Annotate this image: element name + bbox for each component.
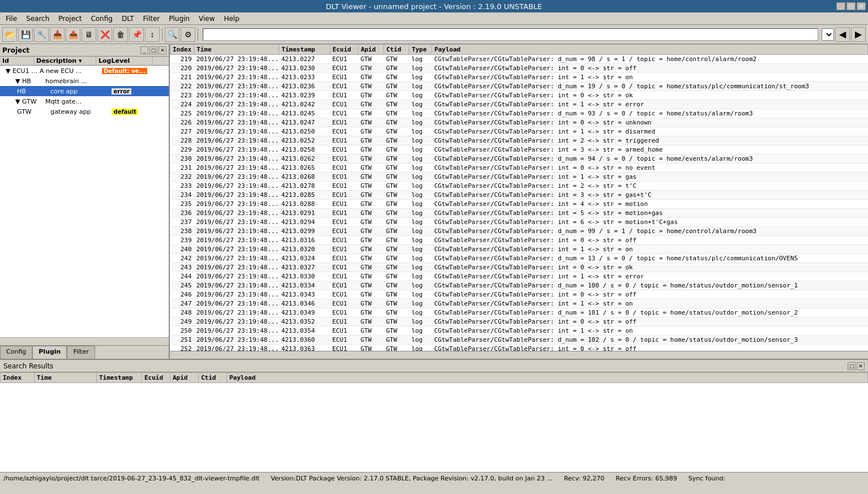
table-row[interactable]: 221 2019/06/27 23:19:48... 4213.0233 ECU… [170, 73, 868, 82]
table-row[interactable]: 237 2019/06/27 23:19:48... 4213.0294 ECU… [170, 218, 868, 227]
import-button[interactable]: 📥 [50, 27, 65, 42]
cell-payload: CGtwTableParser/CGtwTableParser: int = 0… [432, 317, 868, 327]
menu-config[interactable]: Config [87, 14, 116, 24]
cell-ecuid: ECU1 [330, 200, 358, 209]
nav-back-button[interactable]: ◀ [835, 27, 850, 42]
tab-plugin[interactable]: Plugin [32, 346, 67, 359]
table-row[interactable]: 232 2019/06/27 23:19:48... 4213.0268 ECU… [170, 173, 868, 182]
menu-filter[interactable]: Filter [140, 14, 164, 24]
marker-button[interactable]: 📌 [129, 27, 144, 42]
table-row[interactable]: 250 2019/06/27 23:19:48... 4213.0354 ECU… [170, 327, 868, 336]
tree-item-gtw-parent[interactable]: ▼ GTW Mqtt gate... [0, 96, 169, 106]
tree-item-gtw-gateway[interactable]: GTW gateway app default [0, 106, 169, 117]
ll-badge-ecu1: Default: ve... [102, 68, 147, 74]
table-row[interactable]: 235 2019/06/27 23:19:48... 4213.0288 ECU… [170, 200, 868, 209]
table-row[interactable]: 230 2019/06/27 23:19:48... 4213.0262 ECU… [170, 154, 868, 164]
nav-fwd-button[interactable]: ▶ [851, 27, 866, 42]
table-row[interactable]: 236 2019/06/27 23:19:48... 4213.0291 ECU… [170, 209, 868, 218]
table-row[interactable]: 243 2019/06/27 23:19:48... 4213.0327 ECU… [170, 263, 868, 272]
menu-file[interactable]: File [2, 14, 20, 24]
menu-plugin[interactable]: Plugin [165, 14, 193, 24]
cell-ctid: GTW [384, 145, 409, 154]
import2-button[interactable]: 📤 [66, 27, 80, 42]
close-button[interactable]: ✕ [857, 2, 866, 10]
project-hscroll[interactable] [0, 337, 169, 345]
table-row[interactable]: 222 2019/06/27 23:19:48... 4213.0236 ECU… [170, 82, 868, 91]
tree-item-ecu1[interactable]: ▼ ECU1 o... A new ECU ... Default: ve... [0, 66, 169, 76]
clear-button[interactable]: 🗑 [113, 27, 128, 42]
cell-time: 2019/06/27 23:19:48... [194, 336, 279, 345]
decode-button[interactable]: ⚙ [181, 27, 195, 42]
table-row[interactable]: 224 2019/06/27 23:19:48... 4213.0242 ECU… [170, 100, 868, 109]
menu-help[interactable]: Help [220, 14, 242, 24]
maximize-button[interactable]: □ [846, 2, 856, 10]
project-expand-button[interactable]: □ [149, 46, 157, 54]
cell-ctid: GTW [384, 182, 409, 191]
search-results-close-button[interactable]: ✕ [857, 362, 865, 370]
project-close-button[interactable]: ✕ [159, 46, 166, 54]
table-row[interactable]: 251 2019/06/27 23:19:48... 4213.0360 ECU… [170, 336, 868, 345]
cell-apid: GTW [358, 281, 384, 290]
cell-ecuid: ECU1 [330, 145, 358, 154]
table-row[interactable]: 225 2019/06/27 23:19:48... 4213.0245 ECU… [170, 109, 868, 118]
minimize-button[interactable]: _ [836, 2, 845, 10]
horizontal-scroll[interactable] [170, 351, 868, 359]
tree-cell-id-gtw-parent: ▼ GTW [11, 98, 45, 105]
find-button[interactable]: 🔍 [165, 27, 179, 42]
export-button[interactable]: 🔧 [34, 27, 49, 42]
table-row[interactable]: 252 2019/06/27 23:19:48... 4213.0363 ECU… [170, 345, 868, 351]
cell-ctid: GTW [384, 91, 409, 100]
menu-view[interactable]: View [195, 14, 218, 24]
cell-timestamp: 4213.0352 [279, 317, 330, 327]
table-row[interactable]: 240 2019/06/27 23:19:48... 4213.0320 ECU… [170, 245, 868, 254]
cell-time: 2019/06/27 23:19:48... [194, 236, 279, 245]
table-row[interactable]: 220 2019/06/27 23:19:48... 4213.0230 ECU… [170, 64, 868, 73]
cell-timestamp: 4213.0239 [279, 91, 330, 100]
tree-item-hb-core[interactable]: HB core app error [0, 86, 169, 96]
search-input[interactable] [203, 28, 818, 41]
table-row[interactable]: 231 2019/06/27 23:19:48... 4213.0265 ECU… [170, 164, 868, 173]
table-row[interactable]: 238 2019/06/27 23:19:48... 4213.0299 ECU… [170, 227, 868, 236]
table-row[interactable]: 219 2019/06/27 23:19:48... 4213.0227 ECU… [170, 55, 868, 64]
table-row[interactable]: 249 2019/06/27 23:19:48... 4213.0352 ECU… [170, 317, 868, 327]
scroll-button[interactable]: ↕ [145, 27, 160, 42]
table-row[interactable]: 227 2019/06/27 23:19:48... 4213.0250 ECU… [170, 127, 868, 136]
open-button[interactable]: 📂 [2, 27, 17, 42]
table-row[interactable]: 223 2019/06/27 23:19:48... 4213.0239 ECU… [170, 91, 868, 100]
cell-ctid: GTW [384, 73, 409, 82]
cell-payload: CGtwTableParser/CGtwTableParser: d_num =… [432, 109, 868, 118]
menu-project[interactable]: Project [55, 14, 85, 24]
cell-time: 2019/06/27 23:19:48... [194, 200, 279, 209]
table-row[interactable]: 248 2019/06/27 23:19:48... 4213.0349 ECU… [170, 308, 868, 317]
table-row[interactable]: 245 2019/06/27 23:19:48... 4213.0334 ECU… [170, 281, 868, 290]
log-table-container[interactable]: Index Time Timestamp Ecuid Apid Ctid Typ… [170, 44, 868, 351]
tree-item-hb-parent[interactable]: ▼ HB homebrain ... [0, 76, 169, 86]
connect-button[interactable]: 🖥 [82, 27, 96, 42]
search-dropdown[interactable] [822, 28, 834, 41]
menu-dlt[interactable]: DLT [118, 14, 138, 24]
disconnect-button[interactable]: ❌ [97, 27, 112, 42]
menu-search[interactable]: Search [23, 14, 53, 24]
table-row[interactable]: 246 2019/06/27 23:19:48... 4213.0343 ECU… [170, 290, 868, 299]
table-row[interactable]: 234 2019/06/27 23:19:48... 4213.0285 ECU… [170, 191, 868, 200]
table-row[interactable]: 239 2019/06/27 23:19:48... 4213.0316 ECU… [170, 236, 868, 245]
table-row[interactable]: 229 2019/06/27 23:19:48... 4213.0258 ECU… [170, 145, 868, 154]
search-results-expand-button[interactable]: □ [848, 362, 856, 370]
search-results-table-container[interactable]: Index Time Timestamp Ecuid Apid Ctid Pay… [0, 372, 868, 472]
table-row[interactable]: 242 2019/06/27 23:19:48... 4213.0324 ECU… [170, 254, 868, 263]
table-row[interactable]: 244 2019/06/27 23:19:48... 4213.0330 ECU… [170, 272, 868, 281]
cell-ecuid: ECU1 [330, 245, 358, 254]
table-row[interactable]: 226 2019/06/27 23:19:48... 4213.0247 ECU… [170, 118, 868, 127]
table-row[interactable]: 228 2019/06/27 23:19:48... 4213.0252 ECU… [170, 136, 868, 145]
save-button[interactable]: 💾 [18, 27, 33, 42]
cell-payload: CGtwTableParser/CGtwTableParser: d_num =… [432, 55, 868, 64]
tab-filter[interactable]: Filter [67, 346, 95, 359]
tree-cell-ll-hb-core: error [112, 88, 168, 95]
table-row[interactable]: 247 2019/06/27 23:19:48... 4213.0346 ECU… [170, 299, 868, 308]
cell-payload: CGtwTableParser/CGtwTableParser: d_num =… [432, 308, 868, 317]
project-header: Project _ □ ✕ [0, 44, 169, 57]
cell-timestamp: 4213.0265 [279, 164, 330, 173]
tab-config[interactable]: Config [0, 346, 32, 359]
table-row[interactable]: 233 2019/06/27 23:19:48... 4213.0278 ECU… [170, 182, 868, 191]
project-minimize-button[interactable]: _ [140, 46, 148, 54]
